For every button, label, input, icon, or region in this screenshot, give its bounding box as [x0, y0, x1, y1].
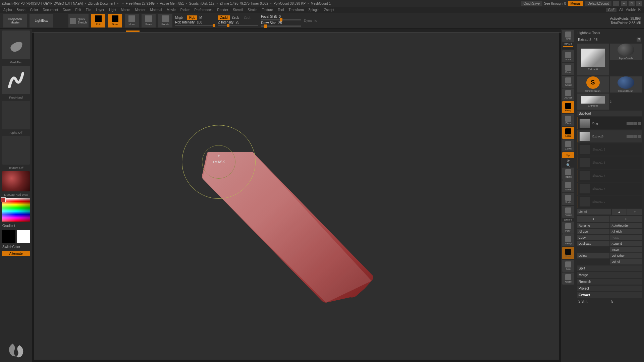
- color-picker[interactable]: [2, 198, 30, 222]
- menu-file[interactable]: File: [86, 8, 91, 12]
- del-other-button[interactable]: Del Other: [610, 253, 643, 258]
- lightbox-tools-header[interactable]: Lightbox› Tools: [577, 31, 642, 36]
- extract-section[interactable]: Extract: [577, 292, 642, 298]
- del-all-button[interactable]: Del All: [610, 259, 643, 264]
- switchcolor-button[interactable]: SwitchColor: [2, 244, 30, 249]
- menu-draw[interactable]: Draw: [63, 8, 70, 12]
- menu-material[interactable]: Material: [150, 8, 162, 12]
- remesh-section[interactable]: Remesh: [577, 279, 642, 285]
- material-thumbnail[interactable]: [2, 171, 30, 191]
- subtool-item-5[interactable]: Shape1 7: [578, 183, 642, 195]
- tool-slot-4[interactable]: Extract8: [577, 94, 609, 110]
- minimize-icon[interactable]: –: [621, 1, 627, 6]
- solo-button[interactable]: Solo: [562, 260, 574, 272]
- persp-button[interactable]: Persp: [562, 101, 574, 113]
- zsub-button[interactable]: Zsub: [232, 16, 242, 19]
- transp-button[interactable]: Transp: [562, 234, 574, 246]
- visible-button[interactable]: Visible: [626, 8, 635, 12]
- zoom-button[interactable]: Zoom: [562, 63, 574, 75]
- menu-document[interactable]: Document: [43, 8, 58, 12]
- subtool-section-header[interactable]: SubTool: [577, 111, 642, 116]
- draw-button[interactable]: Draw: [108, 14, 122, 27]
- tool-slot-0[interactable]: Extract8: [577, 44, 609, 75]
- polyf-button[interactable]: PolyF: [562, 222, 574, 234]
- gradient-label[interactable]: Gradient: [2, 223, 30, 228]
- all-low-button[interactable]: All Low: [577, 229, 609, 234]
- actual-button[interactable]: Actual: [562, 76, 574, 88]
- list-all-button[interactable]: List All: [577, 209, 611, 215]
- rename-button[interactable]: Rename: [577, 223, 609, 228]
- menu-edit[interactable]: Edit: [75, 8, 81, 12]
- menu-alpha[interactable]: Alpha: [3, 8, 12, 12]
- all-button[interactable]: All: [619, 8, 623, 12]
- default-script-button[interactable]: DefaultZScript: [585, 1, 611, 6]
- menu-stroke[interactable]: Stroke: [248, 8, 257, 12]
- tool-slot-1[interactable]: AlphaBrush: [610, 44, 642, 60]
- menu-marker[interactable]: Marker: [135, 8, 145, 12]
- goz-button[interactable]: GoZ: [606, 8, 616, 12]
- frame-button[interactable]: Frame: [562, 168, 574, 180]
- tool-r-button[interactable]: R: [637, 38, 642, 42]
- alpha-thumbnail[interactable]: [2, 101, 30, 129]
- insert-button[interactable]: Insert: [610, 247, 643, 252]
- spix-label[interactable]: SPix 3: [564, 43, 572, 46]
- zcut-button[interactable]: Zcut: [244, 16, 254, 19]
- aahalf-button[interactable]: AAHalf: [562, 88, 574, 101]
- xyz-button[interactable]: Xyz: [562, 152, 574, 158]
- zoom-indicator[interactable]: 🔍: [566, 163, 570, 167]
- menu-macro[interactable]: Macro: [121, 8, 130, 12]
- dynamic-toggle[interactable]: Dynamic: [304, 19, 317, 22]
- menu-layer[interactable]: Layer: [96, 8, 104, 12]
- spix-slider[interactable]: [563, 46, 573, 47]
- m-button[interactable]: M: [199, 16, 209, 19]
- floor-button[interactable]: Floor: [562, 114, 574, 126]
- paste-button[interactable]: Paste: [610, 235, 643, 240]
- move-down-button[interactable]: ▼: [627, 209, 642, 215]
- edit-button[interactable]: Edit: [91, 14, 105, 27]
- swatch-black[interactable]: [2, 230, 15, 243]
- rot-indicator[interactable]: ⟳: [567, 159, 570, 163]
- r-button[interactable]: R: [638, 8, 641, 12]
- quicksave-button[interactable]: QuickSave: [521, 1, 542, 6]
- menu-render[interactable]: Render: [217, 8, 228, 12]
- collapse-icon[interactable]: ‹: [613, 1, 619, 6]
- all-high-button[interactable]: All High: [610, 229, 643, 234]
- copy-button[interactable]: Copy: [577, 235, 609, 240]
- subtool-item-4[interactable]: Shape1 4: [578, 170, 642, 182]
- autoreorder-button[interactable]: AutoReorder: [610, 223, 643, 228]
- stroke-thumbnail[interactable]: [2, 66, 30, 94]
- zadd-button[interactable]: Zadd: [218, 15, 230, 20]
- ghost-button[interactable]: Ghost: [562, 247, 574, 259]
- bpr-button[interactable]: BPR: [562, 30, 574, 42]
- mrgb-button[interactable]: Mrgb: [175, 16, 185, 19]
- nav-scale-button[interactable]: Scale: [562, 193, 574, 205]
- draw-size-slider[interactable]: [261, 25, 301, 27]
- tool-slot-3[interactable]: EraserBrush: [610, 76, 642, 93]
- move-up-button[interactable]: ▲: [612, 209, 627, 215]
- nav-next-button[interactable]: ►: [610, 216, 643, 222]
- split-section[interactable]: Split: [577, 265, 642, 271]
- menu-picker[interactable]: Picker: [180, 8, 190, 12]
- nav-rotate-button[interactable]: Rotate: [562, 206, 574, 218]
- menu-stencil[interactable]: Stencil: [233, 8, 243, 12]
- lightbox-button[interactable]: LightBox: [30, 14, 53, 27]
- lsym-button[interactable]: L.Sym: [562, 139, 574, 152]
- menu-tool[interactable]: Tool: [278, 8, 284, 12]
- delete-button[interactable]: Delete: [577, 253, 609, 258]
- subtool-item-0[interactable]: Dog: [578, 117, 642, 129]
- scale-button[interactable]: Scale: [142, 14, 156, 27]
- subtool-item-3[interactable]: Shape1 3: [578, 157, 642, 169]
- subtool-item-6[interactable]: Shape1 9: [578, 196, 642, 208]
- rgb-intensity-slider[interactable]: [175, 25, 215, 26]
- subtool-item-1[interactable]: Extract8: [578, 130, 642, 142]
- nav-move-button[interactable]: Move: [562, 180, 574, 192]
- rotate-button[interactable]: Rotate: [158, 14, 172, 27]
- scroll-button[interactable]: Scroll: [562, 50, 574, 62]
- brush-thumbnail[interactable]: [2, 31, 30, 59]
- duplicate-button[interactable]: Duplicate: [577, 241, 609, 246]
- close-icon[interactable]: ×: [636, 1, 642, 6]
- menu-brush[interactable]: Brush: [17, 8, 25, 12]
- rgb-button[interactable]: Rgb: [187, 15, 197, 20]
- focal-shift-slider[interactable]: [261, 19, 301, 20]
- menu-zscript[interactable]: Zscript: [324, 8, 334, 12]
